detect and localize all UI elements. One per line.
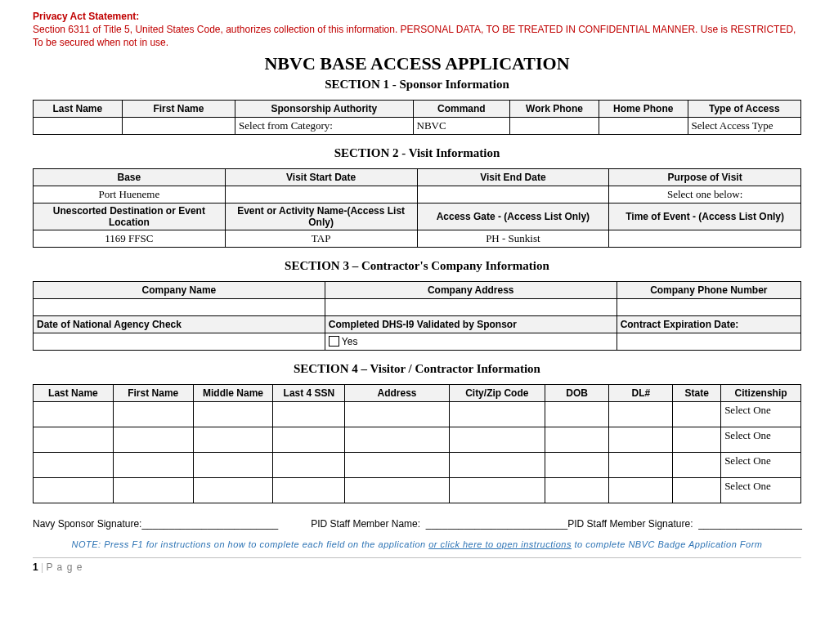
s4-r1-addr[interactable] bbox=[345, 401, 449, 427]
note-suffix: to complete NBVC Badge Application Form bbox=[572, 539, 763, 549]
s2-end-date-field[interactable] bbox=[417, 186, 609, 203]
s4-r4-last[interactable] bbox=[34, 477, 114, 503]
s4-th-first: First Name bbox=[113, 384, 193, 401]
s4-r4-citizen-select[interactable]: Select One bbox=[721, 477, 801, 503]
s4-r3-last[interactable] bbox=[34, 452, 114, 477]
footer-divider bbox=[33, 557, 801, 558]
s4-th-middle: Middle Name bbox=[193, 384, 273, 401]
s1-th-last: Last Name bbox=[34, 100, 123, 117]
s1-first-name-field[interactable] bbox=[122, 117, 235, 134]
staff-name-label: PID Staff Member Name: bbox=[311, 518, 420, 530]
s4-r3-dl[interactable] bbox=[609, 452, 673, 477]
s3-company-name-field[interactable] bbox=[34, 298, 325, 315]
s3-company-addr-field[interactable] bbox=[325, 298, 617, 315]
page-footer: 1 | P a g e bbox=[33, 561, 801, 573]
s1-command-field[interactable]: NBVC bbox=[413, 117, 510, 134]
s3-th-phone: Company Phone Number bbox=[617, 281, 800, 298]
s4-r4-middle[interactable] bbox=[193, 477, 273, 503]
s4-r1-dl[interactable] bbox=[609, 401, 673, 427]
s1-th-auth: Sponsorship Authority bbox=[235, 100, 413, 117]
s4-r1-ssn[interactable] bbox=[273, 401, 345, 427]
s4-r1-last[interactable] bbox=[34, 401, 114, 427]
s4-r1-first[interactable] bbox=[113, 401, 193, 427]
s4-r3-dob[interactable] bbox=[545, 452, 608, 477]
s4-r1-dob[interactable] bbox=[545, 401, 608, 427]
s1-homephone-field[interactable] bbox=[599, 117, 688, 134]
s3-th-nac: Date of National Agency Check bbox=[34, 315, 325, 333]
s3-dhs-yes-checkbox[interactable] bbox=[329, 336, 339, 347]
s3-th-exp: Contract Expiration Date: bbox=[617, 315, 800, 333]
s4-r3-city[interactable] bbox=[449, 452, 545, 477]
s4-r2-citizen-select[interactable]: Select One bbox=[721, 427, 801, 452]
section4-heading: SECTION 4 – Visitor / Contractor Informa… bbox=[33, 362, 801, 376]
s4-r1-middle[interactable] bbox=[193, 401, 273, 427]
s2-th-base: Base bbox=[34, 168, 226, 186]
s4-r2-city[interactable] bbox=[449, 427, 545, 452]
s1-workphone-field[interactable] bbox=[510, 117, 599, 134]
s4-r2-ssn[interactable] bbox=[273, 427, 345, 452]
section2-table: Base Visit Start Date Visit End Date Pur… bbox=[33, 168, 801, 248]
s2-th-time: Time of Event - (Access List Only) bbox=[609, 203, 801, 230]
s3-company-phone-field[interactable] bbox=[617, 298, 800, 315]
s4-r2-middle[interactable] bbox=[193, 427, 273, 452]
s4-r3-middle[interactable] bbox=[193, 452, 273, 477]
s3-nac-date-field[interactable] bbox=[34, 333, 325, 350]
s1-th-hp: Home Phone bbox=[599, 100, 688, 117]
s2-th-gate: Access Gate - (Access List Only) bbox=[417, 203, 609, 230]
s4-r4-state[interactable] bbox=[673, 477, 721, 503]
s1-th-wp: Work Phone bbox=[510, 100, 599, 117]
s4-r3-state[interactable] bbox=[673, 452, 721, 477]
s2-event-field[interactable]: TAP bbox=[225, 230, 417, 247]
signature-line: Navy Sponsor Signature:_________________… bbox=[33, 518, 801, 530]
s2-th-dest: Unescorted Destination or Event Location bbox=[34, 203, 226, 230]
s2-gate-field[interactable]: PH - Sunkist bbox=[417, 230, 609, 247]
s4-r4-ssn[interactable] bbox=[273, 477, 345, 503]
s4-r3-first[interactable] bbox=[113, 452, 193, 477]
s4-r2-dl[interactable] bbox=[609, 427, 673, 452]
section1-table: Last Name First Name Sponsorship Authori… bbox=[33, 100, 801, 135]
s4-r4-city[interactable] bbox=[449, 477, 545, 503]
s2-purpose-select[interactable]: Select one below: bbox=[609, 186, 801, 203]
s2-th-purpose: Purpose of Visit bbox=[609, 168, 801, 186]
s2-th-start: Visit Start Date bbox=[225, 168, 417, 186]
s2-time-field[interactable] bbox=[609, 230, 801, 247]
s1-last-name-field[interactable] bbox=[34, 117, 123, 134]
s4-r3-addr[interactable] bbox=[345, 452, 449, 477]
s4-th-addr: Address bbox=[345, 384, 449, 401]
s3-th-addr: Company Address bbox=[325, 281, 617, 298]
s4-th-state: State bbox=[673, 384, 721, 401]
s2-destination-field[interactable]: 1169 FFSC bbox=[34, 230, 226, 247]
s4-r3-citizen-select[interactable]: Select One bbox=[721, 452, 801, 477]
s4-r1-city[interactable] bbox=[449, 401, 545, 427]
s4-th-dl: DL# bbox=[609, 384, 673, 401]
s4-r2-dob[interactable] bbox=[545, 427, 608, 452]
s4-r2-addr[interactable] bbox=[345, 427, 449, 452]
s3-expiration-field[interactable] bbox=[617, 333, 800, 350]
s4-r4-addr[interactable] bbox=[345, 477, 449, 503]
s4-th-citizen: Citizenship bbox=[721, 384, 801, 401]
section3-table: Company Name Company Address Company Pho… bbox=[33, 281, 801, 351]
s1-authority-select[interactable]: Select from Category: bbox=[235, 117, 413, 134]
s1-th-type: Type of Access bbox=[688, 100, 800, 117]
s1-access-type-select[interactable]: Select Access Type bbox=[688, 117, 800, 134]
s4-r2-state[interactable] bbox=[673, 427, 721, 452]
s4-r4-first[interactable] bbox=[113, 477, 193, 503]
s4-r2-first[interactable] bbox=[113, 427, 193, 452]
s2-start-date-field[interactable] bbox=[225, 186, 417, 203]
s3-th-name: Company Name bbox=[34, 281, 325, 298]
section4-table: Last Name First Name Middle Name Last 4 … bbox=[33, 384, 801, 503]
note-prefix: NOTE: Press F1 for instructions on how t… bbox=[71, 539, 428, 549]
sponsor-sig-label: Navy Sponsor Signature: bbox=[33, 518, 141, 530]
s4-r3-ssn[interactable] bbox=[273, 452, 345, 477]
s4-th-city: City/Zip Code bbox=[449, 384, 545, 401]
s2-base-select[interactable]: Port Hueneme bbox=[34, 186, 226, 203]
s4-r4-dl[interactable] bbox=[609, 477, 673, 503]
s4-r1-state[interactable] bbox=[673, 401, 721, 427]
s4-r2-last[interactable] bbox=[34, 427, 114, 452]
s4-r4-dob[interactable] bbox=[545, 477, 608, 503]
section3-heading: SECTION 3 – Contractor's Company Informa… bbox=[33, 259, 801, 273]
s4-r1-citizen-select[interactable]: Select One bbox=[721, 401, 801, 427]
open-instructions-link[interactable]: or click here to open instructions bbox=[428, 539, 572, 549]
s4-th-last: Last Name bbox=[34, 384, 114, 401]
s1-th-first: First Name bbox=[122, 100, 235, 117]
